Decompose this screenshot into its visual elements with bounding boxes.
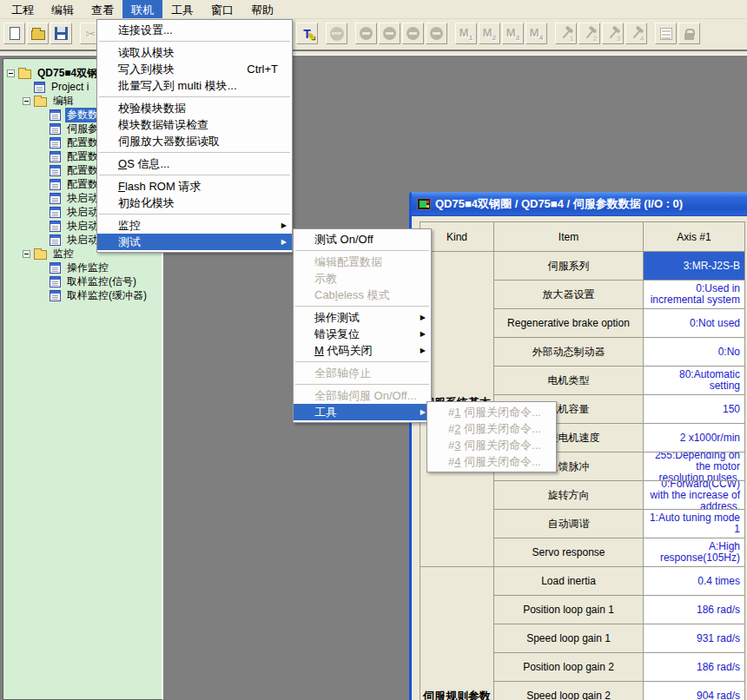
tool-1-icon: 1 — [559, 27, 573, 41]
menu-separator — [99, 175, 290, 175]
save-file-button[interactable] — [50, 23, 72, 44]
m-code-off-2-button[interactable]: M2 — [479, 23, 500, 44]
lock-icon — [684, 33, 694, 40]
axis-stop-4-button[interactable] — [426, 23, 447, 44]
param-value-cell[interactable]: 80:Automatic setting — [644, 367, 745, 395]
menu-verify-module-data[interactable]: 校验模块数据 — [97, 100, 292, 116]
param-value-cell[interactable]: A:High response(105Hz) — [644, 538, 745, 567]
menubar-tools[interactable]: 工具 — [162, 0, 202, 18]
m-code-off-2-icon: M2 — [483, 26, 496, 42]
menu-separator — [99, 41, 290, 42]
menu-separator — [295, 250, 429, 251]
menu-read-from-module[interactable]: 读取从模块 — [97, 44, 292, 61]
submenu-arrow-icon: ▶ — [420, 330, 426, 338]
menu-module-data-error-check[interactable]: 模块数据错误检查 — [97, 116, 292, 133]
param-value-cell[interactable]: 0:Forward(CCW) with the increase of addr… — [644, 481, 745, 510]
menu-servo-off-cmd-3[interactable]: #3 伺服关闭命令... — [427, 437, 556, 453]
menu-shortcut: Ctrl+T — [229, 63, 278, 76]
menu-m-code-off[interactable]: M 代码关闭▶ — [294, 342, 431, 359]
tree-sampling-monitor-signal[interactable]: 取样监控(信号) — [3, 274, 162, 288]
axis-stop-2-button[interactable] — [379, 23, 400, 44]
menu-monitor[interactable]: 监控▶ — [97, 217, 292, 234]
menu-test-on-off[interactable]: 测试 On/Off — [294, 231, 431, 248]
menu-teaching[interactable]: 示教 — [294, 270, 431, 287]
menubar-view[interactable]: 查看 — [83, 0, 122, 18]
edit-data-button[interactable] — [655, 23, 677, 44]
menu-error-reset[interactable]: 错误复位▶ — [294, 326, 431, 342]
data-sheet-icon — [50, 151, 61, 162]
m-code-off-4-icon: M4 — [530, 26, 543, 42]
online-dropdown-menu: 连接设置...读取从模块写入到模块Ctrl+T批量写入到 multi 模块...… — [96, 19, 293, 253]
axis-stop-1-button[interactable] — [355, 23, 377, 44]
menubar-help[interactable]: 帮助 — [242, 0, 282, 18]
menubar-edit[interactable]: 编辑 — [43, 0, 83, 18]
tree-item-label: Project i — [50, 81, 90, 93]
tool-3-button[interactable]: 3 — [602, 23, 624, 44]
param-value-cell[interactable]: 2 x1000r/min — [644, 424, 745, 452]
param-value-cell[interactable]: 0:No — [644, 338, 745, 367]
menu-item-label: Flash ROM 请求 — [118, 179, 201, 195]
menubar-window[interactable]: 窗口 — [202, 0, 242, 18]
stop-button[interactable]: STOP — [326, 23, 347, 44]
param-value-cell[interactable]: 0:Not used — [644, 309, 745, 338]
window-title-bar[interactable]: QD75■4双钢圈 / QD75■4 / 伺服参数数据 (I/O : 0) — [412, 192, 747, 216]
tree-item-label: 取样监控(缓冲器) — [65, 288, 149, 303]
tool-2-button[interactable]: 2 — [578, 23, 600, 44]
param-item-cell: Servo response — [494, 538, 644, 567]
test-mode-button[interactable]: ⇘T — [296, 23, 318, 44]
data-sheet-icon — [50, 276, 61, 287]
toolbar-separator — [349, 23, 355, 44]
param-value-cell[interactable]: 904 rad/s — [644, 682, 745, 700]
column-header-item: Item — [494, 222, 644, 252]
menu-servo-amp-data-read[interactable]: 伺服放大器数据读取 — [97, 133, 292, 149]
tree-expand-box[interactable] — [23, 97, 30, 105]
tree-item-label: 取样监控(信号) — [65, 274, 138, 289]
tree-sampling-monitor-buffer[interactable]: 取样监控(缓冲器) — [3, 288, 162, 302]
menu-flash-rom-request[interactable]: Flash ROM 请求 — [97, 178, 292, 195]
param-value-cell[interactable]: 186 rad/s — [644, 596, 745, 624]
menu-servo-off-cmd-1[interactable]: #1 伺服关闭命令... — [427, 404, 556, 420]
menu-item-label: 伺服放大器数据读取 — [118, 134, 220, 149]
param-value-cell[interactable]: 150 — [644, 395, 745, 424]
param-value-cell[interactable]: 255:Depending on the motor resolution pu… — [644, 452, 745, 481]
param-item-cell: Speed loop gain 2 — [494, 682, 644, 700]
menu-item-label: 写入到模块 — [118, 62, 175, 77]
param-value-cell[interactable]: 0.4 times — [644, 567, 745, 596]
menu-edit-config-data[interactable]: 编辑配置数据 — [294, 254, 431, 270]
axis-stop-3-button[interactable] — [402, 23, 424, 44]
lock-button[interactable] — [678, 23, 700, 44]
param-value-cell[interactable]: 3:MR-J2S-B — [644, 252, 745, 281]
param-item-cell: 旋转方向 — [494, 481, 644, 510]
submenu-arrow-icon: ▶ — [281, 238, 287, 246]
menu-servo-off-cmd-2[interactable]: #2 伺服关闭命令... — [427, 420, 556, 437]
m-code-off-3-button[interactable]: M3 — [502, 23, 524, 44]
new-file-button[interactable] — [3, 23, 25, 44]
menu-initialize-module[interactable]: 初始化模块 — [97, 195, 292, 211]
menu-all-axis-stop[interactable]: 全部轴停止 — [294, 365, 431, 381]
param-value-cell[interactable]: 931 rad/s — [644, 624, 745, 653]
menu-cableless-mode[interactable]: Cableless 模式 — [294, 287, 431, 303]
param-value-cell[interactable]: 186 rad/s — [644, 653, 745, 682]
menu-servo-off-cmd-4[interactable]: #4 伺服关闭命令... — [427, 453, 556, 470]
menu-test[interactable]: 测试▶ — [97, 234, 292, 250]
menu-batch-write-multi-module[interactable]: 批量写入到 multi 模块... — [97, 77, 292, 94]
m-code-off-1-button[interactable]: M1 — [455, 23, 477, 44]
param-item-cell: Load inertia — [494, 567, 644, 596]
m-code-off-4-button[interactable]: M4 — [526, 23, 547, 44]
tree-expand-box[interactable] — [23, 250, 30, 258]
tool-4-button[interactable]: 4 — [625, 23, 647, 44]
menu-tools[interactable]: 工具▶ — [294, 404, 431, 420]
menu-operation-test[interactable]: 操作测试▶ — [294, 309, 431, 326]
menu-connection-setup[interactable]: 连接设置... — [97, 22, 292, 38]
menu-all-axis-servo-on-off[interactable]: 全部轴伺服 On/Off... — [294, 387, 431, 404]
open-file-button[interactable] — [27, 23, 49, 44]
menubar-online[interactable]: 联机 — [122, 0, 162, 18]
menubar-project[interactable]: 工程 — [3, 0, 43, 18]
tree-operation-monitor[interactable]: 操作监控 — [3, 261, 162, 274]
tool-1-button[interactable]: 1 — [555, 23, 577, 44]
menu-os-information[interactable]: OS 信息... — [97, 155, 292, 172]
tree-expand-box[interactable] — [7, 69, 15, 77]
param-value-cell[interactable]: 0:Used in incremental system — [644, 281, 745, 309]
param-value-cell[interactable]: 1:Auto tuning mode 1 — [644, 510, 745, 538]
menu-write-to-module[interactable]: 写入到模块Ctrl+T — [97, 61, 292, 77]
